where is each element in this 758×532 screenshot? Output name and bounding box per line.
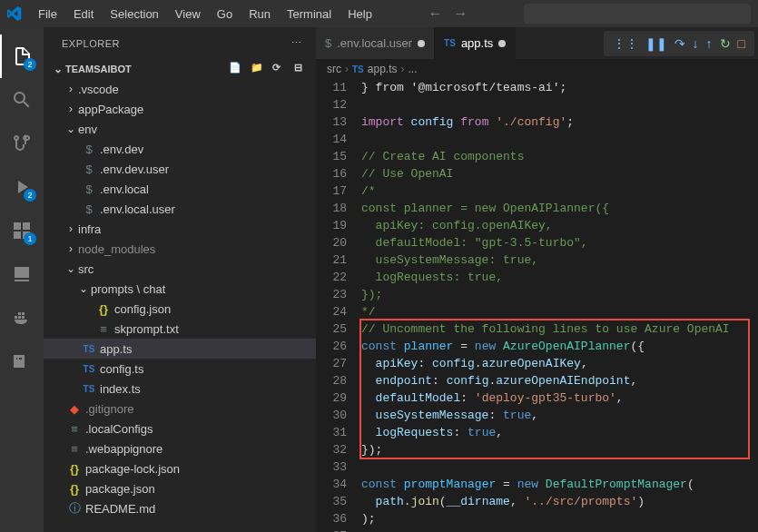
- activity-docker[interactable]: [0, 296, 44, 340]
- menu-view[interactable]: View: [168, 4, 208, 25]
- text-icon: ≡: [65, 442, 84, 456]
- menu-file[interactable]: File: [31, 4, 64, 25]
- folder-infra[interactable]: ›infra: [44, 219, 316, 239]
- menu-help[interactable]: Help: [340, 4, 379, 25]
- breadcrumb[interactable]: src› TS app.ts› ...: [316, 59, 758, 79]
- modified-dot-icon: [418, 40, 425, 47]
- command-center[interactable]: [524, 4, 751, 24]
- menu-go[interactable]: Go: [210, 4, 240, 25]
- activity-search[interactable]: [0, 78, 44, 122]
- debug-drag-icon[interactable]: ⋮⋮: [613, 36, 638, 51]
- explorer-badge: 2: [24, 58, 36, 71]
- file-pkg-lock[interactable]: {}package-lock.json: [44, 458, 316, 478]
- menu-run[interactable]: Run: [241, 4, 278, 25]
- sidebar-more-icon[interactable]: ⋯: [291, 37, 302, 49]
- debug-pause-icon[interactable]: ❚❚: [645, 36, 667, 51]
- file-skprompt[interactable]: ≡skprompt.txt: [44, 319, 316, 339]
- remote-icon: [11, 263, 33, 285]
- gutter: 1112131415161718192021222324252627282930…: [316, 79, 361, 532]
- vscode-logo-icon: [7, 6, 22, 21]
- file-env-dev[interactable]: $.env.dev: [44, 139, 316, 159]
- activity-remote[interactable]: [0, 252, 44, 296]
- titlebar: File Edit Selection View Go Run Terminal…: [0, 0, 758, 27]
- debug-restart-icon[interactable]: ↻: [720, 36, 731, 51]
- menu-terminal[interactable]: Terminal: [280, 4, 339, 25]
- file-readme[interactable]: ⓘREADME.md: [44, 498, 316, 518]
- file-index-ts[interactable]: TSindex.ts: [44, 379, 316, 399]
- env-icon: $: [80, 143, 98, 156]
- collapse-icon[interactable]: ⊟: [294, 62, 309, 76]
- menu-selection[interactable]: Selection: [103, 4, 165, 25]
- text-icon: ≡: [65, 422, 84, 436]
- debug-step-into-icon[interactable]: ↓: [693, 36, 699, 51]
- tab-app-ts[interactable]: TS app.ts: [435, 27, 516, 59]
- debug-toolbar: ⋮⋮ ❚❚ ↷ ↓ ↑ ↻ □: [604, 31, 754, 56]
- tab-env-local-user[interactable]: $ .env.local.user: [316, 27, 435, 59]
- file-config-json[interactable]: {}config.json: [44, 299, 316, 319]
- activity-source-control[interactable]: [0, 122, 44, 165]
- folder-env[interactable]: ⌄env: [44, 119, 316, 139]
- folder-node-modules[interactable]: ›node_modules: [44, 239, 316, 259]
- json-icon: {}: [65, 462, 84, 476]
- new-file-icon[interactable]: 📄: [229, 62, 243, 76]
- source-control-icon: [11, 133, 33, 154]
- env-icon: $: [80, 163, 98, 176]
- search-icon: [11, 89, 33, 111]
- project-header[interactable]: ⌄ TEAMSAIBOT 📄 📁 ⟳ ⊟: [44, 59, 316, 79]
- activity-bar: 2 2 1: [0, 27, 44, 532]
- activity-teams[interactable]: [0, 340, 44, 383]
- folder-src[interactable]: ⌄src: [44, 259, 316, 279]
- file-webappignore[interactable]: ≡.webappignore: [44, 438, 316, 458]
- json-icon: {}: [94, 302, 113, 316]
- docker-icon: [11, 307, 33, 329]
- tab-bar: $ .env.local.user TS app.ts ⋮⋮ ❚❚ ↷ ↓ ↑ …: [316, 27, 758, 59]
- modified-dot-icon: [498, 40, 506, 47]
- code-editor[interactable]: 1112131415161718192021222324252627282930…: [316, 79, 758, 532]
- ts-icon: TS: [80, 384, 98, 394]
- ts-icon: TS: [352, 64, 364, 74]
- file-package-json[interactable]: {}package.json: [44, 478, 316, 498]
- activity-extensions[interactable]: 1: [0, 209, 44, 252]
- new-folder-icon[interactable]: 📁: [251, 62, 265, 76]
- debug-step-over-icon[interactable]: ↷: [674, 36, 685, 51]
- text-icon: ≡: [94, 322, 113, 336]
- ts-icon: TS: [80, 344, 98, 354]
- env-icon: $: [80, 182, 98, 196]
- ext-badge: 1: [24, 232, 36, 245]
- debug-step-out-icon[interactable]: ↑: [706, 36, 713, 51]
- env-icon: $: [325, 36, 331, 50]
- info-icon: ⓘ: [65, 500, 84, 517]
- sidebar-title: EXPLORER: [62, 38, 120, 49]
- folder-appPackage[interactable]: ›appPackage: [44, 99, 316, 119]
- sidebar: EXPLORER ⋯ ⌄ TEAMSAIBOT 📄 📁 ⟳ ⊟ ›.vscode…: [44, 27, 316, 532]
- json-icon: {}: [65, 482, 84, 496]
- file-env-dev-user[interactable]: $.env.dev.user: [44, 159, 316, 179]
- teams-icon: [11, 350, 33, 372]
- nav-back-icon[interactable]: ←: [428, 5, 442, 22]
- ts-icon: TS: [80, 364, 98, 374]
- project-name: TEAMSAIBOT: [65, 64, 132, 74]
- refresh-icon[interactable]: ⟳: [272, 62, 287, 76]
- file-gitignore[interactable]: ◆.gitignore: [44, 399, 316, 419]
- file-env-local-user[interactable]: $.env.local.user: [44, 199, 316, 219]
- activity-run-debug[interactable]: 2: [0, 165, 44, 209]
- git-icon: ◆: [65, 402, 84, 416]
- file-app-ts[interactable]: TSapp.ts: [44, 339, 316, 359]
- run-badge: 2: [24, 189, 36, 202]
- folder-prompts-chat[interactable]: ⌄prompts \ chat: [44, 279, 316, 299]
- debug-stop-icon[interactable]: □: [738, 36, 745, 51]
- ts-icon: TS: [444, 38, 456, 48]
- menu-edit[interactable]: Edit: [66, 4, 101, 25]
- file-config-ts[interactable]: TSconfig.ts: [44, 359, 316, 379]
- folder-vscode[interactable]: ›.vscode: [44, 79, 316, 99]
- nav-forward-icon[interactable]: →: [453, 5, 468, 22]
- file-env-local[interactable]: $.env.local: [44, 179, 316, 199]
- env-icon: $: [80, 202, 98, 216]
- file-localconfigs[interactable]: ≡.localConfigs: [44, 419, 316, 438]
- activity-explorer[interactable]: 2: [0, 34, 44, 78]
